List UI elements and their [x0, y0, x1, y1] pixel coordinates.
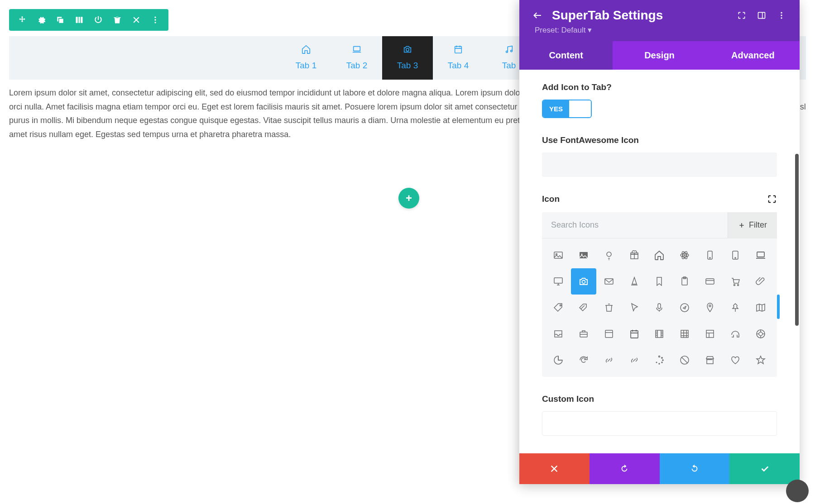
move-icon[interactable]: [13, 12, 32, 28]
expand-picker-icon[interactable]: [767, 194, 777, 204]
picker-icon-card[interactable]: [697, 268, 723, 295]
resize-handle[interactable]: [786, 480, 809, 502]
filter-label: Filter: [749, 220, 767, 230]
picker-icon-link[interactable]: [596, 347, 622, 373]
toggle-off-spacer: [569, 100, 591, 117]
preset-dropdown[interactable]: Preset: Default ▾: [531, 25, 788, 35]
toggle-yes: YES: [543, 100, 569, 117]
picker-icon-star[interactable]: [748, 347, 773, 373]
picker-icon-cursor[interactable]: [622, 295, 647, 321]
filter-button[interactable]: Filter: [728, 212, 777, 238]
picker-icon-film[interactable]: [647, 321, 672, 347]
picker-icon-piechart[interactable]: [546, 347, 571, 373]
picker-icon-heart[interactable]: [723, 347, 748, 373]
picker-icon-inbox[interactable]: [546, 321, 571, 347]
tab-design[interactable]: Design: [613, 41, 706, 70]
confirm-button[interactable]: [729, 453, 800, 484]
tab-label: Tab 4: [433, 61, 484, 71]
module-toolbar: [9, 9, 168, 31]
search-icons-input[interactable]: [542, 212, 728, 238]
more-icon[interactable]: [146, 12, 165, 28]
picker-icon-clipboard[interactable]: [672, 268, 697, 295]
undo-button[interactable]: [590, 453, 660, 484]
power-icon[interactable]: [89, 12, 108, 28]
tab-2[interactable]: Tab 2: [331, 36, 382, 80]
picker-icon-headphones[interactable]: [723, 321, 748, 347]
tab-label: Tab 2: [331, 61, 382, 71]
picker-icon-home[interactable]: [647, 242, 672, 268]
picker-icon-image[interactable]: [571, 242, 596, 268]
panel-header: SuperTab Settings Preset: Default ▾: [519, 0, 800, 41]
laptop-icon: [331, 44, 382, 54]
picker-icon-camera[interactable]: [571, 268, 596, 295]
picker-icon-pin[interactable]: [697, 295, 723, 321]
tab-3[interactable]: Tab 3: [382, 36, 433, 80]
tab-label: Tab 1: [281, 61, 331, 71]
fontawesome-input[interactable]: [542, 152, 777, 177]
picker-icon-calendar[interactable]: [622, 321, 647, 347]
tab-4[interactable]: Tab 4: [433, 36, 484, 80]
picker-icon-store[interactable]: [697, 347, 723, 373]
picker-icon-tags[interactable]: [571, 295, 596, 321]
picker-icon-bulb[interactable]: [596, 242, 622, 268]
picker-icon-grid[interactable]: [672, 321, 697, 347]
more-icon[interactable]: [775, 9, 788, 22]
picker-icon-compass[interactable]: [672, 295, 697, 321]
cancel-button[interactable]: [519, 453, 590, 484]
picker-icon-desktop[interactable]: [546, 268, 571, 295]
picker-icon-mic[interactable]: [647, 295, 672, 321]
picker-icon-trash[interactable]: [596, 295, 622, 321]
add-module-button[interactable]: +: [398, 188, 419, 209]
tab-content[interactable]: Content: [519, 41, 613, 70]
picker-icon-bookmark[interactable]: [647, 268, 672, 295]
picker-icon-mail[interactable]: [596, 268, 622, 295]
picker-icon-layout[interactable]: [697, 321, 723, 347]
picker-icon-link2[interactable]: [622, 347, 647, 373]
calendar-icon: [433, 44, 484, 54]
dock-icon[interactable]: [755, 9, 768, 22]
redo-button[interactable]: [660, 453, 730, 484]
picker-icon-spinner[interactable]: [647, 347, 672, 373]
add-icon-label: Add Icon to Tab?: [542, 82, 777, 92]
trash-icon[interactable]: [108, 12, 127, 28]
picker-icon-cone[interactable]: [622, 268, 647, 295]
picker-icon-paperclip[interactable]: [748, 268, 773, 295]
columns-icon[interactable]: [70, 12, 89, 28]
picker-icon-tag[interactable]: [546, 295, 571, 321]
gear-icon[interactable]: [32, 12, 51, 28]
picker-icon-cart[interactable]: [723, 268, 748, 295]
picker-icon-refresh[interactable]: [571, 347, 596, 373]
plus-icon: [738, 222, 745, 229]
icon-picker: Filter: [542, 212, 777, 377]
camera-icon: [382, 44, 433, 54]
expand-icon[interactable]: [735, 9, 748, 22]
picker-scrollbar[interactable]: [777, 295, 780, 319]
tab-advanced[interactable]: Advanced: [706, 41, 800, 70]
duplicate-icon[interactable]: [51, 12, 70, 28]
picker-icon-window[interactable]: [596, 321, 622, 347]
picker-icon-image-outline[interactable]: [546, 242, 571, 268]
tab-1[interactable]: Tab 1: [281, 36, 331, 80]
picker-icon-briefcase[interactable]: [571, 321, 596, 347]
picker-icon-map[interactable]: [748, 295, 773, 321]
panel-title: SuperTab Settings: [552, 8, 728, 23]
tab-label: Tab 3: [382, 61, 433, 71]
fontawesome-label: Use FontAwesome Icon: [542, 135, 777, 145]
panel-body: Add Icon to Tab? YES Use FontAwesome Ico…: [519, 70, 800, 453]
panel-footer: [519, 453, 800, 484]
home-icon: [281, 44, 331, 54]
close-icon[interactable]: [127, 12, 146, 28]
custom-icon-input[interactable]: [542, 411, 777, 436]
back-icon[interactable]: [531, 9, 544, 22]
picker-icon-lifering[interactable]: [748, 321, 773, 347]
picker-icon-atom[interactable]: [672, 242, 697, 268]
picker-icon-tablet[interactable]: [723, 242, 748, 268]
panel-scrollbar[interactable]: [795, 154, 799, 326]
picker-icon-pushpin[interactable]: [723, 295, 748, 321]
picker-icon-laptop[interactable]: [748, 242, 773, 268]
custom-icon-label: Custom Icon: [542, 394, 777, 404]
add-icon-toggle[interactable]: YES: [542, 100, 592, 118]
picker-icon-ban[interactable]: [672, 347, 697, 373]
picker-icon-phone[interactable]: [697, 242, 723, 268]
picker-icon-gift[interactable]: [622, 242, 647, 268]
